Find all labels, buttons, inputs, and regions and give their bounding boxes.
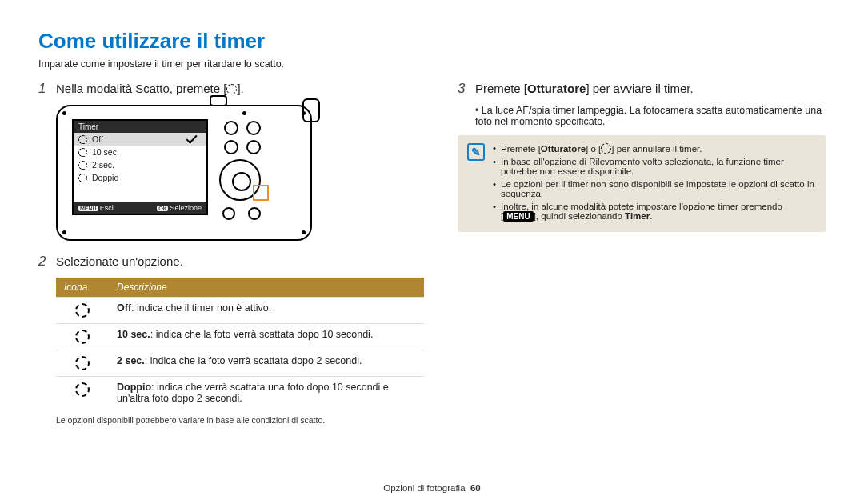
lcd-row-off: Off	[74, 133, 206, 146]
left-column: 1 Nella modalità Scatto, premete []. Tim…	[38, 81, 422, 425]
th-icon: Icona	[56, 278, 109, 298]
step-1: 1 Nella modalità Scatto, premete [].	[38, 81, 422, 97]
timer-off-icon	[75, 303, 90, 318]
timer-10s-icon	[75, 330, 90, 344]
fine-print: Le opzioni disponibili potrebbero variar…	[56, 415, 422, 425]
table-row: 10 sec.: indica che la foto verrà scatta…	[56, 324, 424, 350]
table-row: Doppio: indica che verrà scattata una fo…	[56, 377, 424, 410]
lcd-row-double: Doppio	[74, 171, 206, 184]
step-text: Selezionate un'opzione.	[56, 254, 183, 268]
lcd-footer: MENUEsci OKSelezione	[74, 202, 206, 214]
table-row: 2 sec.: indica che la foto verrà scattat…	[56, 350, 424, 377]
info-item: In base all'opzione di Rilevamento volto…	[493, 157, 816, 176]
timer-2s-icon	[78, 161, 87, 170]
lcd-row-2s: 2 sec.	[74, 158, 206, 171]
th-desc: Descrizione	[109, 278, 424, 298]
camera-illustration: Timer Off 10 sec. 2 sec. Doppio MENUEsci…	[56, 105, 312, 241]
step-number: 1	[38, 81, 50, 97]
page-title: Come utilizzare il timer	[38, 29, 826, 54]
camera-buttons	[219, 121, 299, 225]
menu-badge: MENU	[503, 211, 533, 222]
lcd-row-10s: 10 sec.	[74, 146, 206, 158]
right-column: 3 Premete [Otturatore] per avviare il ti…	[458, 81, 826, 425]
info-icon: ✎	[467, 143, 485, 161]
timer-2s-icon	[75, 356, 90, 370]
step-3: 3 Premete [Otturatore] per avviare il ti…	[458, 81, 826, 97]
lcd-header: Timer	[74, 121, 206, 133]
page-footer: Opzioni di fotografia 60	[0, 483, 864, 493]
timer-icon	[601, 143, 611, 154]
step-text: Premete [Otturatore] per avviare il time…	[475, 81, 694, 95]
step-text: Nella modalità Scatto, premete [].	[56, 81, 244, 95]
timer-off-icon	[78, 135, 87, 144]
info-item: Inoltre, in alcune modalità potete impos…	[493, 202, 816, 221]
highlight-box	[253, 185, 269, 201]
timer-double-icon	[78, 174, 87, 182]
page-subtitle: Imparate come impostare il timer per rit…	[38, 58, 826, 70]
lcd-screen: Timer Off 10 sec. 2 sec. Doppio MENUEsci…	[72, 119, 208, 215]
step-number: 3	[458, 81, 469, 97]
table-row: Off: indica che il timer non è attivo.	[56, 298, 424, 324]
step-2: 2 Selezionate un'opzione.	[38, 254, 422, 270]
timer-double-icon	[75, 382, 90, 397]
timer-10s-icon	[78, 148, 87, 157]
info-item: Le opzioni per il timer non sono disponi…	[493, 179, 816, 198]
timer-icon	[226, 84, 237, 94]
options-table: Icona Descrizione Off: indica che il tim…	[56, 278, 424, 409]
step-number: 2	[38, 254, 50, 270]
info-item: Premete [Otturatore] o [] per annullare …	[493, 143, 816, 154]
step-3-detail: • La luce AF/spia timer lampeggia. La fo…	[475, 105, 826, 127]
info-box: ✎ Premete [Otturatore] o [] per annullar…	[458, 135, 826, 232]
